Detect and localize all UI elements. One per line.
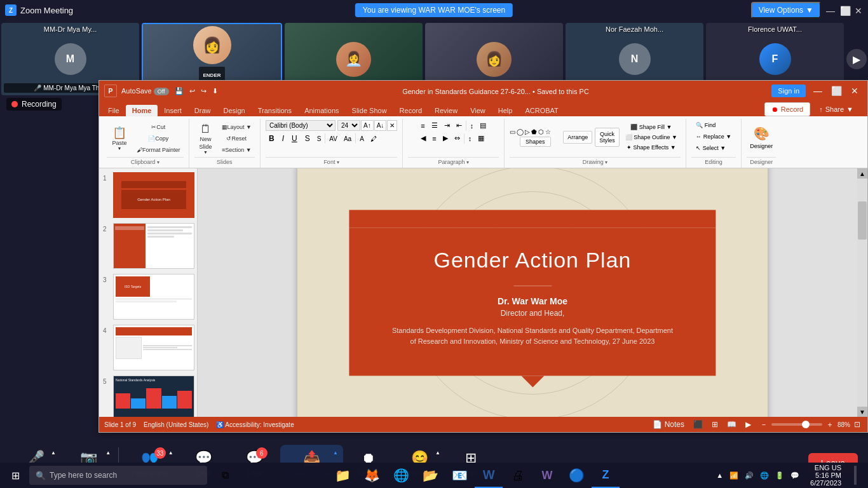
signin-button[interactable]: Sign in [771,85,806,97]
word-app[interactable]: W [475,463,503,488]
italic-button[interactable]: I [279,133,287,144]
shape-1[interactable]: ▭ [510,128,515,135]
outlook-app[interactable]: 📧 [445,463,473,488]
text-direction-button[interactable]: ↕ [468,121,477,131]
arrange-button[interactable]: Arrange [563,131,592,144]
app7[interactable]: 🖨 [504,463,532,488]
tab-acrobat[interactable]: ACROBAT [519,105,564,116]
text-columns-button[interactable]: ▤ [477,120,489,131]
slide-thumb-4[interactable]: 4 [102,323,194,372]
notes-button[interactable]: 📄 Notes [651,419,686,430]
strikethrough-button[interactable]: S [302,133,313,144]
font-increase-button[interactable]: A↑ [361,120,374,131]
new-slide-button[interactable]: 🗒 New Slide ▼ [194,121,217,157]
up-arrow-button[interactable]: ▲ [714,471,725,479]
minimize-button[interactable]: — [826,6,835,15]
bullets-button[interactable]: ≡ [418,121,427,131]
case-button[interactable]: Aa [341,134,354,144]
tab-review[interactable]: Review [428,105,464,116]
save-button[interactable]: 💾 [173,86,186,96]
start-button[interactable]: ⊞ [3,463,28,488]
reset-button[interactable]: ↺ Reset [219,133,255,144]
shape-fill-button[interactable]: ⬛ Shape Fill ▼ [622,123,681,132]
quick-styles-button[interactable]: QuickStyles [595,128,620,147]
font-name-select[interactable]: Calibri (Body) [266,120,336,131]
bold-button[interactable]: B [266,133,278,144]
app9[interactable]: 🔵 [562,463,590,488]
ribbon-record-button[interactable]: ⏺ Record [764,102,810,116]
file-explorer-app[interactable]: 📁 [329,463,356,488]
tab-insert[interactable]: Insert [158,105,188,116]
shape-4[interactable]: ⬟ [531,128,537,135]
ppt-minimize-button[interactable]: — [810,85,826,97]
tab-view[interactable]: View [464,105,492,116]
shadow-button[interactable]: S [315,134,324,144]
zoom-out-button[interactable]: － [758,419,770,431]
message-icon[interactable]: 💬 [789,471,801,480]
shape-2[interactable]: ◯ [517,128,524,135]
show-desktop-button[interactable] [845,463,865,488]
font-decrease-button[interactable]: A↓ [374,120,387,131]
accessibility-button[interactable]: ♿ Accessibility: Investigate [216,421,294,428]
zoom-slider[interactable] [771,423,822,426]
align-left-button[interactable]: ◀ [418,133,428,144]
slide-sorter-button[interactable]: ⊞ [710,419,720,430]
format-painter-button[interactable]: 🖌Format Painter [133,145,184,155]
fit-slide-button[interactable]: ⊡ [852,419,862,430]
app8[interactable]: W [533,463,561,488]
normal-view-button[interactable]: ⬛ [691,419,705,430]
underline-button[interactable]: U [288,133,301,144]
shapes-button[interactable]: Shapes [520,137,551,147]
designer-button[interactable]: 🎨 Designer [747,123,776,152]
shape-3[interactable]: ▷ [525,128,530,135]
indent-increase-button[interactable]: ⇥ [442,120,452,131]
view-options-button[interactable]: View Options ▼ [751,2,821,18]
reading-view-button[interactable]: 📖 [725,419,738,430]
char-spacing-button[interactable]: AV [327,134,340,144]
tab-draw[interactable]: Draw [188,105,217,116]
shape-outline-button[interactable]: ⬜ Shape Outline ▼ [622,133,681,142]
cut-button[interactable]: ✂Cut [133,122,184,132]
files-app[interactable]: 📂 [416,463,444,488]
indent-decrease-button[interactable]: ⇤ [454,120,465,131]
tab-record[interactable]: Record [393,105,428,116]
align-justify-button[interactable]: ⇔ [452,133,463,144]
align-right-button[interactable]: ▶ [440,133,451,144]
share-chevron-icon[interactable]: ▲ [333,450,338,456]
slide-thumb-1[interactable]: 1 Gender Action Plan [102,171,194,219]
align-center-button[interactable]: ≡ [430,133,438,144]
numbering-button[interactable]: ☰ [429,120,440,131]
close-button[interactable]: ✕ [854,6,863,15]
copy-button[interactable]: 📄Copy [133,133,184,144]
zoom-taskbar-app[interactable]: Z [592,463,620,488]
windows-search-bar[interactable]: 🔍 Type here to search [29,466,207,485]
customize-qa-button[interactable]: ⬇ [210,86,220,96]
slide-thumb-3[interactable]: 3 ISO Targets [102,273,194,321]
redo-button[interactable]: ↪ [199,86,208,96]
slide-thumb-5[interactable]: 5 National Standards Analysis [102,374,194,417]
volume-icon[interactable]: 🔊 [743,471,756,480]
highlight-button[interactable]: 🖍 [368,134,379,144]
font-size-select[interactable]: 24 [337,120,360,131]
shape-6[interactable]: ☆ [545,128,551,135]
windows-clock[interactable]: ENG US 5:16 PM 6/27/2023 [808,464,844,487]
shape-5[interactable]: ⬡ [538,128,544,135]
shape-effects-button[interactable]: ✦ Shape Effects ▼ [622,143,681,152]
edge-app[interactable]: 🌐 [387,463,415,488]
zoom-in-button[interactable]: ＋ [824,419,836,431]
scroll-up-button[interactable]: ▲ [857,168,867,179]
video-chevron-icon[interactable]: ▲ [105,450,111,456]
maximize-button[interactable]: ⬜ [840,6,849,15]
select-button[interactable]: ↖ Select ▼ [691,143,736,153]
slideshow-button[interactable]: ▶ [743,419,753,430]
section-button[interactable]: ≡ Section ▼ [219,145,255,155]
scroll-down-button[interactable]: ▼ [857,407,867,417]
ribbon-share-button[interactable]: ↑ Share ▼ [813,103,860,116]
tab-slideshow[interactable]: Slide Show [346,105,393,116]
find-button[interactable]: 🔍 Find [691,120,736,130]
layout-button[interactable]: ▦ Layout ▼ [219,122,255,132]
unmute-chevron-icon[interactable]: ▲ [51,450,56,456]
font-color-button[interactable]: A [357,134,367,144]
undo-button[interactable]: ↩ [187,86,197,96]
tab-help[interactable]: Help [492,105,519,116]
